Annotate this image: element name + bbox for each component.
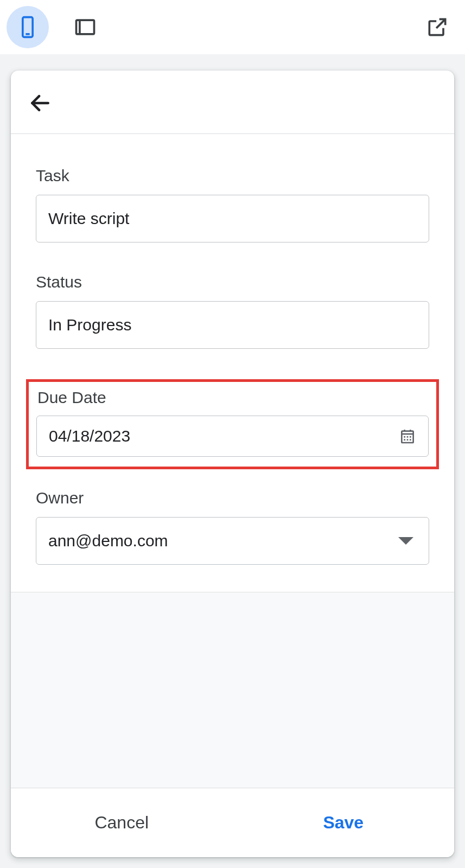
status-field-group: Status In Progress <box>36 273 429 349</box>
due-date-highlight: Due Date 04/18/2023 <box>26 379 439 469</box>
phone-icon <box>16 15 40 39</box>
due-date-label: Due Date <box>37 388 429 407</box>
form-body: Task Write script Status In Progress Due… <box>11 134 454 592</box>
task-label: Task <box>36 167 429 185</box>
svg-rect-11 <box>410 436 411 438</box>
preview-area: Task Write script Status In Progress Due… <box>0 54 465 868</box>
form-footer: Cancel Save <box>11 788 454 857</box>
task-input[interactable]: Write script <box>36 195 429 242</box>
calendar-icon <box>399 427 416 445</box>
open-external-button[interactable] <box>416 6 458 48</box>
form-card: Task Write script Status In Progress Due… <box>11 71 454 857</box>
svg-rect-12 <box>404 439 405 441</box>
open-external-icon <box>425 15 449 39</box>
tablet-icon <box>73 15 97 39</box>
status-input[interactable]: In Progress <box>36 301 429 349</box>
back-arrow-icon[interactable] <box>28 91 52 115</box>
card-header <box>11 71 454 134</box>
status-label: Status <box>36 273 429 291</box>
due-date-value: 04/18/2023 <box>49 427 399 445</box>
svg-rect-9 <box>404 436 405 438</box>
task-value: Write script <box>48 209 417 228</box>
task-field-group: Task Write script <box>36 167 429 242</box>
svg-rect-13 <box>407 439 409 441</box>
owner-field-group: Owner ann@demo.com <box>36 489 429 565</box>
preview-toolbar <box>0 0 465 54</box>
status-value: In Progress <box>48 316 417 334</box>
owner-value: ann@demo.com <box>48 532 398 550</box>
form-filler <box>11 592 454 788</box>
svg-rect-14 <box>410 439 411 441</box>
due-date-input[interactable]: 04/18/2023 <box>36 416 429 457</box>
chevron-down-icon <box>398 537 413 545</box>
owner-label: Owner <box>36 489 429 507</box>
svg-rect-10 <box>407 436 409 438</box>
tablet-preview-button[interactable] <box>64 6 106 48</box>
cancel-button[interactable]: Cancel <box>11 788 233 857</box>
owner-select[interactable]: ann@demo.com <box>36 517 429 565</box>
save-button[interactable]: Save <box>233 788 455 857</box>
mobile-preview-button[interactable] <box>7 6 49 48</box>
